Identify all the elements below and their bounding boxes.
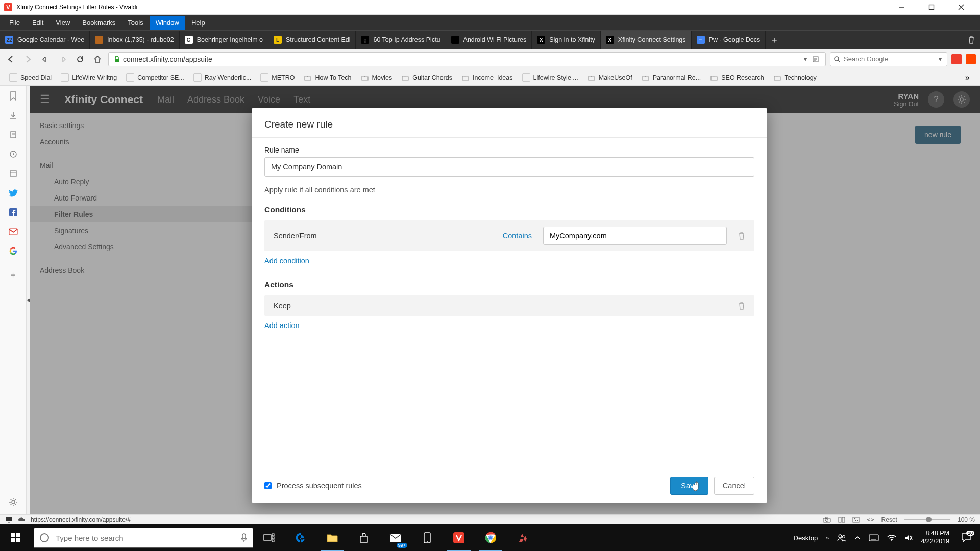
- start-button[interactable]: [0, 524, 32, 551]
- bookmark-item[interactable]: Guitar Chords: [397, 71, 456, 84]
- bookmark-item[interactable]: How To Tech: [300, 71, 355, 84]
- desktop-toolbar[interactable]: Desktop: [794, 534, 818, 542]
- bookmarks-panel-icon[interactable]: [6, 89, 20, 103]
- google-panel-icon[interactable]: [6, 244, 20, 258]
- windows-search[interactable]: [34, 528, 253, 548]
- zoom-reset[interactable]: Reset: [881, 516, 897, 523]
- bookmark-item[interactable]: Income_Ideas: [457, 71, 517, 84]
- bookmark-item[interactable]: Speed Dial: [5, 71, 56, 84]
- rule-name-input[interactable]: [264, 157, 754, 177]
- search-input[interactable]: [844, 55, 934, 63]
- status-code-icon[interactable]: <>: [867, 516, 874, 523]
- chrome-taskbar-icon[interactable]: [475, 524, 506, 551]
- bookmark-item[interactable]: Technology: [769, 71, 821, 84]
- keyboard-tray-icon[interactable]: [869, 534, 879, 541]
- browser-tab[interactable]: Android Wi Fi Pictures: [446, 31, 532, 49]
- mail-taskbar-icon[interactable]: 99+: [380, 524, 411, 551]
- zoom-thumb[interactable]: [926, 517, 932, 522]
- search-engine-icon[interactable]: [830, 56, 844, 63]
- browser-tab[interactable]: LStructured Content Edi: [268, 31, 356, 49]
- url-field[interactable]: connect.xfinity.com/appsuite ▾: [108, 52, 826, 66]
- phone-taskbar-icon[interactable]: [411, 524, 443, 551]
- status-cloud-icon[interactable]: [17, 517, 26, 523]
- menu-bookmarks[interactable]: Bookmarks: [76, 16, 121, 30]
- close-button[interactable]: [946, 0, 976, 14]
- app-taskbar-icon[interactable]: [506, 524, 538, 551]
- bookmark-item[interactable]: MakeUseOf: [583, 71, 636, 84]
- bookmark-item[interactable]: METRO: [256, 71, 299, 84]
- status-tile-icon[interactable]: [838, 517, 845, 523]
- search-dropdown-icon[interactable]: ▾: [934, 56, 947, 63]
- add-panel-icon[interactable]: ＋: [6, 267, 20, 282]
- delete-condition-icon[interactable]: [738, 232, 745, 240]
- zoom-slider[interactable]: [904, 519, 950, 520]
- bookmark-item[interactable]: SEO Research: [706, 71, 768, 84]
- closed-tabs-icon[interactable]: [963, 31, 980, 49]
- process-subsequent-checkbox-row[interactable]: Process subsequent rules: [264, 482, 362, 490]
- bookmark-item[interactable]: Lifewire Style ...: [518, 71, 582, 84]
- desktop-chevron-icon[interactable]: »: [826, 535, 829, 541]
- save-button[interactable]: Save: [670, 477, 708, 495]
- facebook-panel-icon[interactable]: [6, 205, 20, 219]
- add-condition-link[interactable]: Add condition: [264, 257, 309, 265]
- delete-action-icon[interactable]: [738, 302, 745, 310]
- bookmarks-overflow-icon[interactable]: »: [960, 71, 975, 84]
- store-taskbar-icon[interactable]: [348, 524, 380, 551]
- settings-panel-icon[interactable]: [6, 495, 20, 509]
- menu-edit[interactable]: Edit: [26, 16, 50, 30]
- volume-tray-icon[interactable]: [904, 534, 913, 542]
- window-panel-icon[interactable]: [6, 166, 20, 181]
- gmail-panel-icon[interactable]: [6, 224, 20, 239]
- url-dropdown-icon[interactable]: ▾: [799, 56, 812, 63]
- browser-tab[interactable]: XSign in to Xfinity: [532, 31, 601, 49]
- action-center-icon[interactable]: 10: [958, 529, 975, 546]
- browser-tab[interactable]: Inbox (1,735) - rdube02: [90, 31, 180, 49]
- status-image-icon[interactable]: [852, 517, 860, 523]
- task-view-icon[interactable]: [253, 524, 285, 551]
- add-action-link[interactable]: Add action: [264, 321, 300, 330]
- menu-window[interactable]: Window: [150, 16, 185, 30]
- tray-clock[interactable]: 8:48 PM 4/22/2019: [921, 530, 949, 545]
- browser-tab[interactable]: XXfinity Connect Settings: [601, 31, 692, 49]
- bookmark-item[interactable]: Ray Wenderlic...: [189, 71, 255, 84]
- people-tray-icon[interactable]: [837, 534, 846, 542]
- forward-button[interactable]: [21, 53, 35, 66]
- status-screen-icon[interactable]: [5, 517, 12, 523]
- back-button[interactable]: [4, 53, 17, 66]
- browser-tab[interactable]: GBoehringer Ingelheim o: [180, 31, 268, 49]
- menu-view[interactable]: View: [50, 16, 76, 30]
- extension-icon-1[interactable]: [951, 54, 962, 64]
- history-panel-icon[interactable]: [6, 147, 20, 161]
- wifi-tray-icon[interactable]: [887, 534, 896, 541]
- action-field[interactable]: Keep: [274, 302, 291, 310]
- bookmark-item[interactable]: Movies: [357, 71, 397, 84]
- menu-help[interactable]: Help: [185, 16, 211, 30]
- minimize-button[interactable]: [887, 0, 917, 14]
- explorer-taskbar-icon[interactable]: [316, 524, 348, 551]
- browser-tab[interactable]: ≡Pw - Google Docs: [692, 31, 766, 49]
- menu-file[interactable]: File: [3, 16, 26, 30]
- edge-taskbar-icon[interactable]: [285, 524, 316, 551]
- reader-mode-icon[interactable]: [812, 56, 825, 63]
- vivaldi-taskbar-icon[interactable]: [443, 524, 475, 551]
- notes-panel-icon[interactable]: [6, 128, 20, 142]
- rewind-button[interactable]: [39, 53, 52, 66]
- windows-search-input[interactable]: [56, 534, 234, 542]
- search-field[interactable]: ▾: [830, 52, 947, 66]
- twitter-panel-icon[interactable]: [6, 186, 20, 200]
- status-camera-icon[interactable]: [823, 517, 831, 523]
- bookmark-item[interactable]: LifeWire Wriitng: [57, 71, 121, 84]
- condition-value-input[interactable]: [543, 227, 727, 245]
- fastforward-button[interactable]: [56, 53, 69, 66]
- process-subsequent-checkbox[interactable]: [264, 482, 272, 489]
- extension-icon-2[interactable]: [966, 54, 976, 64]
- mic-icon[interactable]: [240, 533, 248, 542]
- reload-button[interactable]: [74, 53, 87, 66]
- maximize-button[interactable]: [917, 0, 946, 14]
- bookmark-item[interactable]: Competitor SE...: [122, 71, 188, 84]
- downloads-panel-icon[interactable]: [6, 108, 20, 122]
- condition-field[interactable]: Sender/From: [274, 232, 317, 240]
- browser-tab[interactable]: g60 Top Ip Address Pictu: [356, 31, 446, 49]
- condition-operator[interactable]: Contains: [503, 232, 532, 240]
- home-button[interactable]: [91, 53, 104, 66]
